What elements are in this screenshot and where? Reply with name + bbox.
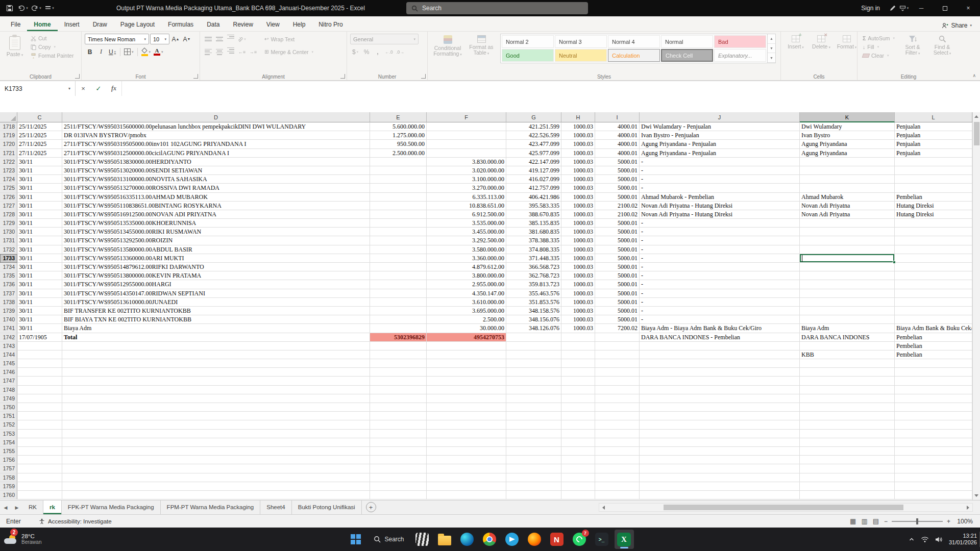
collapse-ribbon-button[interactable]: ∧ (972, 73, 976, 78)
grid-cell[interactable]: 1000.03 (561, 122, 595, 131)
grid-cell[interactable]: Dwi Wulamdary - Penjualan (640, 122, 800, 131)
grid-cell[interactable]: 3011/FTSCY/WS950513830000.00HERDIYANTO (62, 158, 370, 166)
row-header[interactable]: 1720 (0, 140, 17, 148)
cut-button[interactable]: Cut (29, 35, 76, 42)
grid-cell[interactable]: 30/11 (17, 175, 62, 184)
grid-cell[interactable] (62, 430, 370, 438)
grid-cell[interactable]: Novan Adi Priyatna (800, 202, 895, 210)
grid-cell[interactable]: 5000.01 (595, 193, 640, 202)
grid-cell[interactable] (370, 175, 427, 184)
grid-cell[interactable]: 1000.03 (561, 263, 595, 271)
grid-cell[interactable] (895, 263, 972, 271)
grid-cell[interactable] (370, 430, 427, 438)
grid-cell[interactable]: 348.156.076 (506, 315, 561, 324)
row-header[interactable]: 1725 (0, 184, 17, 192)
column-header-g[interactable]: G (506, 112, 561, 122)
vertical-scroll-thumb[interactable] (974, 122, 979, 145)
grid-cell[interactable] (895, 175, 972, 184)
grid-cell[interactable] (62, 438, 370, 447)
grid-cell[interactable]: 374.808.335 (506, 245, 561, 254)
increase-indent-button[interactable]: →≡ (248, 46, 258, 57)
grid-cell[interactable] (506, 377, 561, 385)
grid-cell[interactable] (595, 350, 640, 359)
grid-cell[interactable] (17, 420, 62, 429)
grid-cell[interactable] (370, 368, 427, 377)
row-header[interactable]: 1755 (0, 447, 17, 456)
number-dialog-launcher[interactable] (421, 74, 426, 79)
row-header[interactable]: 1741 (0, 324, 17, 333)
grid-cell[interactable] (427, 456, 506, 464)
row-header[interactable]: 1760 (0, 491, 17, 499)
row-header[interactable]: 1746 (0, 368, 17, 377)
scroll-right-button[interactable] (964, 504, 972, 511)
sort-filter-button[interactable]: Sort & Filter (899, 34, 926, 58)
column-header-l[interactable]: L (895, 112, 972, 122)
formula-input[interactable] (121, 81, 980, 96)
grid-cell[interactable] (17, 394, 62, 403)
grid-cell[interactable] (370, 271, 427, 280)
increase-decimal-button[interactable]: ←.0 (384, 46, 394, 57)
vertical-scrollbar[interactable] (972, 112, 980, 500)
row-header[interactable]: 1751 (0, 412, 17, 420)
grid-cell[interactable] (800, 307, 895, 315)
grid-cell[interactable] (895, 473, 972, 482)
edge-icon[interactable] (457, 530, 477, 549)
grid-cell[interactable] (17, 377, 62, 385)
grid-cell[interactable] (506, 359, 561, 368)
grid-cell[interactable] (800, 403, 895, 412)
grid-cell[interactable] (370, 166, 427, 175)
grid-cell[interactable] (370, 245, 427, 254)
grid-cell[interactable] (427, 149, 506, 158)
grid-cell[interactable]: 7200.02 (595, 324, 640, 333)
grid-cell[interactable]: 30/11 (17, 298, 62, 307)
grid-cell[interactable]: Dwi Wulamdary (800, 122, 895, 131)
customize-quick-access-button[interactable] (44, 2, 55, 14)
grid-cell[interactable] (370, 158, 427, 166)
grid-cell[interactable]: 30/11 (17, 210, 62, 219)
grid-cell[interactable] (895, 245, 972, 254)
grid-cell[interactable]: 5000.01 (595, 315, 640, 324)
grid-cell[interactable]: 17/07/1905 (17, 333, 62, 342)
grid-cell[interactable] (640, 412, 800, 420)
font-dialog-launcher[interactable] (193, 74, 198, 79)
grid-cell[interactable]: Pembelian (895, 342, 972, 350)
zoom-slider[interactable] (892, 521, 943, 522)
sheet-nav-left-button[interactable]: ◀ (0, 500, 11, 514)
grid-cell[interactable] (895, 307, 972, 315)
grid-cell[interactable] (561, 412, 595, 420)
grid-cell[interactable] (62, 342, 370, 350)
grid-cell[interactable]: BIF TRANSFER KE 002TITO KURNIANTOKBB (62, 307, 370, 315)
grid-cell[interactable]: - (640, 236, 800, 245)
grid-cell[interactable] (370, 289, 427, 298)
grid-cell[interactable]: 2100.02 (595, 202, 640, 210)
grid-cell[interactable]: 5.600.000.00 (370, 122, 427, 131)
grid-cell[interactable] (800, 245, 895, 254)
grid-cell[interactable] (506, 491, 561, 499)
cell-style-normal-3[interactable]: Normal 3 (555, 35, 607, 48)
grid-cell[interactable]: 3011/FTSCY/WS950513535000.00KHOERUNNISA (62, 219, 370, 228)
grid-cell[interactable]: 1000.03 (561, 131, 595, 140)
row-header[interactable]: 1745 (0, 359, 17, 368)
grid-cell[interactable] (62, 412, 370, 420)
horizontal-scrollbar[interactable] (599, 503, 973, 512)
grid-cell[interactable]: 30/11 (17, 219, 62, 228)
grid-cell[interactable] (62, 482, 370, 491)
row-header[interactable]: 1727 (0, 202, 17, 210)
grid-cell[interactable]: 30/11 (17, 254, 62, 263)
grid-cell[interactable] (640, 491, 800, 499)
grid-cell[interactable]: 1000.03 (561, 219, 595, 228)
grid-cell[interactable]: - (640, 298, 800, 307)
grid-cell[interactable] (427, 473, 506, 482)
grid-cell[interactable]: 423.477.099 (506, 140, 561, 148)
grid-cell[interactable] (895, 368, 972, 377)
styles-scroll-down[interactable]: ▼ (768, 44, 775, 54)
grid-cell[interactable] (595, 447, 640, 456)
row-header[interactable]: 1747 (0, 377, 17, 385)
grid-cell[interactable]: 1000.03 (561, 245, 595, 254)
grid-cell[interactable]: 5000.01 (595, 271, 640, 280)
grid-cell[interactable]: 366.568.723 (506, 263, 561, 271)
grid-cell[interactable] (800, 482, 895, 491)
grid-cell[interactable]: 6.912.500.00 (427, 210, 506, 219)
grid-cell[interactable] (595, 377, 640, 385)
tab-view[interactable]: View (260, 18, 286, 31)
